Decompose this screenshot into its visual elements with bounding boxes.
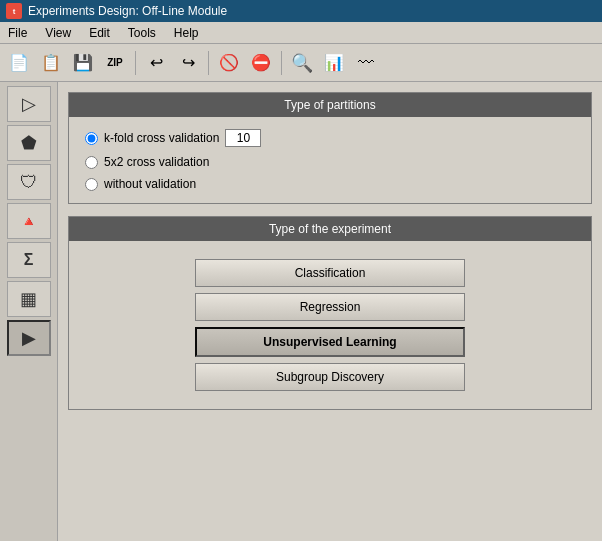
- menu-bar: File View Edit Tools Help: [0, 22, 602, 44]
- title-bar: t Experiments Design: Off-Line Module: [0, 0, 602, 22]
- menu-tools[interactable]: Tools: [124, 24, 160, 42]
- main-content: ▷ ⬟ 🛡 🔺 Σ ▦ ▶ Type of partitions k-fold …: [0, 82, 602, 541]
- sidebar-btn-shield[interactable]: 🛡: [7, 164, 51, 200]
- toolbar-sep-1: [135, 51, 136, 75]
- menu-edit[interactable]: Edit: [85, 24, 114, 42]
- new-button[interactable]: 📄: [4, 49, 34, 77]
- open-button[interactable]: 📋: [36, 49, 66, 77]
- toolbar-sep-3: [281, 51, 282, 75]
- title-text: Experiments Design: Off-Line Module: [28, 4, 227, 18]
- novalidation-radio[interactable]: [85, 178, 98, 191]
- redo-button[interactable]: ↪: [173, 49, 203, 77]
- regression-btn[interactable]: Regression: [195, 293, 465, 321]
- sidebar-btn-sigma[interactable]: Σ: [7, 242, 51, 278]
- 5x2-row: 5x2 cross validation: [85, 155, 575, 169]
- novalidation-row: without validation: [85, 177, 575, 191]
- kfold-label: k-fold cross validation: [104, 131, 219, 145]
- right-panel: Type of partitions k-fold cross validati…: [58, 82, 602, 541]
- experiment-panel-header: Type of the experiment: [69, 217, 591, 241]
- wave-button[interactable]: 〰: [351, 49, 381, 77]
- stop-button[interactable]: 🚫: [214, 49, 244, 77]
- partitions-radio-group: k-fold cross validation 5x2 cross valida…: [85, 129, 575, 191]
- sidebar-btn-table[interactable]: ▦: [7, 281, 51, 317]
- menu-view[interactable]: View: [41, 24, 75, 42]
- unsupervised-btn[interactable]: Unsupervised Learning: [195, 327, 465, 357]
- sidebar-btn-shape[interactable]: ⬟: [7, 125, 51, 161]
- menu-help[interactable]: Help: [170, 24, 203, 42]
- kfold-radio[interactable]: [85, 132, 98, 145]
- save-button[interactable]: 💾: [68, 49, 98, 77]
- experiment-panel: Type of the experiment Classification Re…: [68, 216, 592, 410]
- search-button[interactable]: 🔍: [287, 49, 317, 77]
- menu-file[interactable]: File: [4, 24, 31, 42]
- zip-button[interactable]: ZIP: [100, 49, 130, 77]
- 5x2-label: 5x2 cross validation: [104, 155, 209, 169]
- experiment-panel-body: Classification Regression Unsupervised L…: [69, 241, 591, 409]
- toolbar: 📄 📋 💾 ZIP ↩ ↪ 🚫 ⛔ 🔍 📊 〰: [0, 44, 602, 82]
- toolbar-sep-2: [208, 51, 209, 75]
- kfold-row: k-fold cross validation: [85, 129, 575, 147]
- sidebar-btn-arrow[interactable]: ▷: [7, 86, 51, 122]
- classification-btn[interactable]: Classification: [195, 259, 465, 287]
- subgroup-btn[interactable]: Subgroup Discovery: [195, 363, 465, 391]
- undo-button[interactable]: ↩: [141, 49, 171, 77]
- partitions-panel-body: k-fold cross validation 5x2 cross valida…: [69, 117, 591, 203]
- partitions-panel-header: Type of partitions: [69, 93, 591, 117]
- sidebar-btn-puzzle[interactable]: 🔺: [7, 203, 51, 239]
- info-button[interactable]: 📊: [319, 49, 349, 77]
- sidebar-btn-play[interactable]: ▶: [7, 320, 51, 356]
- 5x2-radio[interactable]: [85, 156, 98, 169]
- app-icon: t: [6, 3, 22, 19]
- novalidation-label: without validation: [104, 177, 196, 191]
- cancel-button[interactable]: ⛔: [246, 49, 276, 77]
- partitions-panel: Type of partitions k-fold cross validati…: [68, 92, 592, 204]
- kfold-value-input[interactable]: [225, 129, 261, 147]
- sidebar: ▷ ⬟ 🛡 🔺 Σ ▦ ▶: [0, 82, 58, 541]
